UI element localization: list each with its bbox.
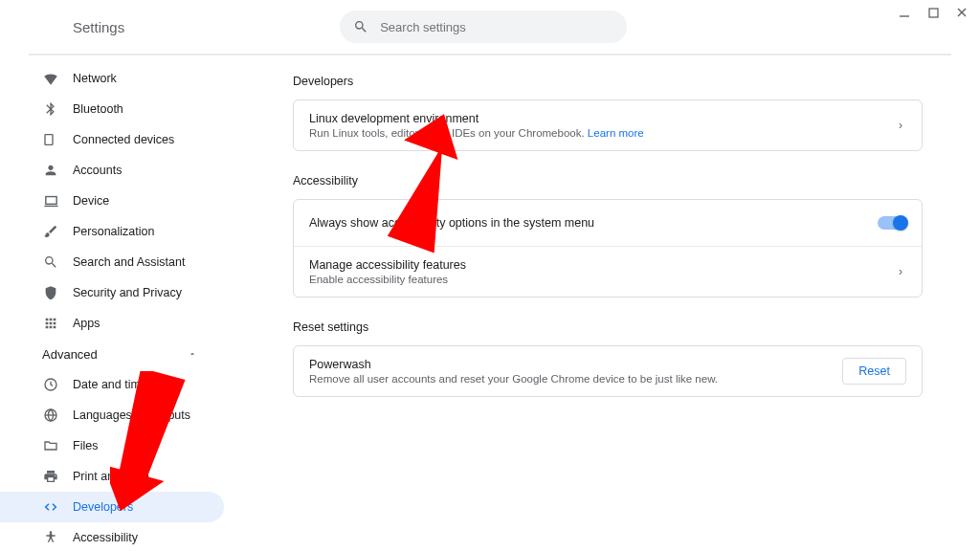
learn-more-link[interactable]: Learn more	[588, 127, 644, 139]
close-button[interactable]	[955, 6, 969, 19]
laptop-icon	[42, 192, 59, 209]
content-area: Developers Linux development environment…	[235, 55, 980, 551]
sidebar-item-label: Files	[73, 439, 98, 452]
minimize-button[interactable]	[898, 6, 911, 19]
linux-devenv-row[interactable]: Linux development environment Run Linux …	[294, 100, 922, 150]
linux-devenv-sub: Run Linux tools, editors, and IDEs on yo…	[309, 127, 895, 139]
sidebar-item-bluetooth[interactable]: Bluetooth	[0, 94, 224, 124]
header: Settings	[0, 0, 980, 54]
globe-icon	[42, 407, 59, 424]
sidebar-item-languages[interactable]: Languages and inputs	[0, 400, 224, 430]
bluetooth-icon	[42, 100, 59, 118]
sidebar-item-label: Bluetooth	[73, 102, 123, 116]
window-controls	[898, 6, 969, 19]
sidebar-item-apps[interactable]: Apps	[0, 308, 224, 339]
sidebar-item-connected-devices[interactable]: Connected devices	[0, 124, 224, 155]
accessibility-icon	[42, 529, 59, 546]
maximize-button[interactable]	[926, 6, 940, 19]
sidebar-item-developers[interactable]: Developers	[0, 492, 224, 522]
sidebar-item-label: Device	[73, 194, 109, 208]
search-icon	[353, 19, 368, 34]
wifi-icon	[42, 70, 59, 87]
sidebar-item-security-privacy[interactable]: Security and Privacy	[0, 277, 224, 308]
section-title-accessibility: Accessibility	[293, 174, 923, 187]
devices-icon	[42, 131, 59, 148]
clock-icon	[42, 376, 59, 393]
always-show-a11y-row: Always show accessibility options in the…	[294, 200, 922, 246]
code-icon	[42, 498, 59, 516]
sidebar: Network Bluetooth Connected devices Acco…	[0, 55, 235, 551]
always-show-a11y-toggle[interactable]	[878, 216, 906, 230]
sidebar-item-label: Date and time	[73, 378, 147, 391]
developers-card: Linux development environment Run Linux …	[293, 99, 923, 151]
svg-rect-1	[929, 9, 938, 17]
section-title-developers: Developers	[293, 75, 923, 88]
brush-icon	[42, 223, 59, 240]
page-title: Settings	[73, 19, 124, 35]
manage-a11y-row[interactable]: Manage accessibility features Enable acc…	[294, 246, 922, 297]
apps-icon	[42, 315, 59, 332]
sidebar-item-device[interactable]: Device	[0, 186, 224, 216]
folder-icon	[42, 437, 59, 454]
reset-card: Powerwash Remove all user accounts and r…	[293, 345, 923, 397]
search-bar[interactable]	[340, 11, 627, 43]
powerwash-title: Powerwash	[309, 358, 842, 371]
reset-button[interactable]: Reset	[842, 358, 906, 385]
shield-icon	[42, 284, 59, 301]
sidebar-advanced-toggle[interactable]: Advanced	[0, 339, 224, 369]
manage-a11y-title: Manage accessibility features	[309, 258, 895, 272]
sidebar-advanced-label: Advanced	[42, 347, 98, 362]
chevron-up-icon	[188, 349, 197, 359]
sidebar-item-label: Security and Privacy	[73, 286, 182, 299]
sidebar-item-label: Accessibility	[73, 531, 138, 544]
sidebar-item-personalization[interactable]: Personalization	[0, 216, 224, 247]
sidebar-item-search-assistant[interactable]: Search and Assistant	[0, 247, 224, 277]
sidebar-item-label: Print and scan	[73, 470, 149, 483]
always-show-a11y-title: Always show accessibility options in the…	[309, 216, 878, 230]
manage-a11y-sub: Enable accessibility features	[309, 274, 895, 285]
sidebar-item-label: Languages and inputs	[73, 408, 190, 422]
sidebar-item-accessibility[interactable]: Accessibility	[0, 522, 224, 551]
search-input[interactable]	[380, 20, 613, 34]
accessibility-card: Always show accessibility options in the…	[293, 199, 923, 298]
sidebar-item-label: Network	[73, 72, 117, 85]
sidebar-item-label: Apps	[73, 317, 100, 330]
sidebar-item-label: Accounts	[73, 164, 122, 177]
svg-point-10	[50, 531, 53, 534]
chevron-right-icon: ›	[895, 265, 906, 278]
svg-rect-4	[45, 135, 53, 145]
sidebar-item-network[interactable]: Network	[0, 63, 224, 94]
powerwash-row: Powerwash Remove all user accounts and r…	[294, 346, 922, 396]
sidebar-item-date-time[interactable]: Date and time	[0, 369, 224, 400]
person-icon	[42, 162, 59, 179]
sidebar-item-files[interactable]: Files	[0, 430, 224, 461]
powerwash-sub: Remove all user accounts and reset your …	[309, 373, 842, 385]
sidebar-item-label: Personalization	[73, 225, 154, 238]
section-title-reset: Reset settings	[293, 320, 923, 334]
sidebar-item-print-scan[interactable]: Print and scan	[0, 461, 224, 492]
linux-devenv-title: Linux development environment	[309, 112, 895, 125]
sidebar-item-accounts[interactable]: Accounts	[0, 155, 224, 186]
search-icon	[42, 253, 59, 271]
svg-rect-5	[45, 196, 56, 204]
print-icon	[42, 468, 59, 485]
sidebar-item-label: Developers	[73, 500, 133, 514]
sidebar-item-label: Connected devices	[73, 133, 174, 146]
chevron-right-icon: ›	[895, 119, 906, 132]
sidebar-item-label: Search and Assistant	[73, 255, 185, 269]
